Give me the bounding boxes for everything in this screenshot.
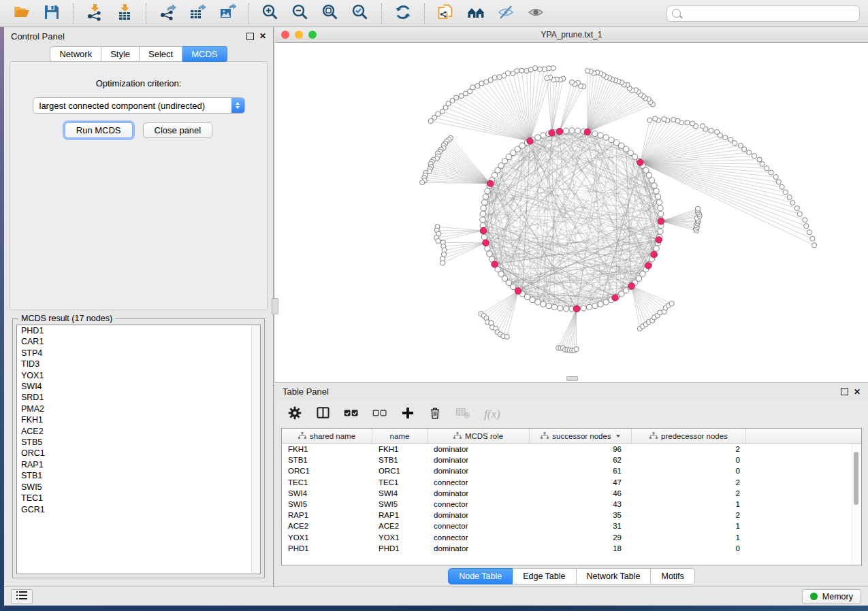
mcds-result-item[interactable]: YOX1 xyxy=(17,370,260,381)
zoom-in-icon xyxy=(261,3,279,24)
delete-column-button[interactable] xyxy=(428,406,442,423)
mcds-result-item[interactable]: SRD1 xyxy=(17,392,260,403)
memory-button[interactable]: Memory xyxy=(802,589,861,604)
hide-selected-button[interactable] xyxy=(492,3,519,24)
toolbar-separator xyxy=(73,3,74,24)
close-panel-button[interactable]: Close panel xyxy=(143,122,213,138)
network-graph[interactable] xyxy=(275,43,867,382)
first-neighbors-button[interactable] xyxy=(462,3,489,24)
table-scrollbar[interactable] xyxy=(852,444,861,564)
control-panel-tabs: NetworkStyleSelectMCDS xyxy=(4,46,273,62)
table-row[interactable]: SWI5SWI5connector431 xyxy=(282,499,861,510)
mcds-result-item[interactable]: SWI4 xyxy=(17,381,260,392)
create-column-button[interactable] xyxy=(401,406,415,423)
column-header-mcds-role[interactable]: MCDS role xyxy=(428,429,530,443)
toolbar-separator xyxy=(381,3,382,24)
mcds-result-item[interactable]: STB1 xyxy=(17,470,260,481)
float-table-panel-icon[interactable] xyxy=(841,388,848,395)
table-cell: 0 xyxy=(632,544,746,552)
criterion-dropdown[interactable]: largest connected component (undirected) xyxy=(33,97,245,114)
column-header-predecessor-nodes[interactable]: predecessor nodes xyxy=(632,429,746,443)
float-panel-icon[interactable] xyxy=(246,33,254,40)
table-row[interactable]: SWI4SWI4dominator462 xyxy=(282,488,861,499)
status-bar: Memory xyxy=(4,587,868,606)
mcds-result-item[interactable]: CAR1 xyxy=(17,336,260,347)
show-all-button[interactable] xyxy=(522,3,549,24)
tab-node-table[interactable]: Node Table xyxy=(448,568,513,584)
column-header-shared-name[interactable]: shared name xyxy=(282,429,372,443)
table-row[interactable]: ORC1ORC1dominator610 xyxy=(282,465,861,476)
toggle-columns-button[interactable] xyxy=(316,406,330,423)
column-header-name[interactable]: name xyxy=(372,429,428,443)
mcds-result-item[interactable]: TEC1 xyxy=(17,493,260,503)
table-settings-button[interactable] xyxy=(287,406,302,423)
select-all-button[interactable] xyxy=(344,408,359,421)
network-canvas[interactable] xyxy=(275,43,868,382)
tab-style[interactable]: Style xyxy=(101,46,140,62)
deselect-all-button[interactable] xyxy=(372,408,387,421)
run-mcds-button[interactable]: Run MCDS xyxy=(65,122,133,138)
table-cell: RAP1 xyxy=(372,511,428,519)
import-network-icon xyxy=(86,3,103,24)
duplicate-network-icon xyxy=(437,3,455,24)
table-cell: connector xyxy=(428,478,530,486)
open-session-button[interactable] xyxy=(8,3,35,24)
table-row[interactable]: PHD1PHD1dominator180 xyxy=(282,543,861,554)
mcds-result-item[interactable]: GCR1 xyxy=(17,504,260,515)
table-row[interactable]: YOX1YOX1connector291 xyxy=(282,532,861,543)
refresh-button[interactable] xyxy=(389,3,417,24)
table-row[interactable]: FKH1FKH1dominator962 xyxy=(282,444,861,455)
zoom-selected-button[interactable] xyxy=(347,3,374,24)
export-image-button[interactable] xyxy=(214,3,241,24)
column-header-successor-nodes[interactable]: successor nodes xyxy=(530,429,632,443)
column-label: shared name xyxy=(310,432,355,440)
zoom-fit-button[interactable] xyxy=(317,3,344,24)
mcds-result-item[interactable]: FKH1 xyxy=(17,414,260,425)
table-cell: dominator xyxy=(428,544,530,552)
mcds-result-item[interactable]: PHD1 xyxy=(17,325,260,336)
table-row[interactable]: ACE2ACE2connector311 xyxy=(282,521,861,531)
mcds-result-item[interactable]: ORC1 xyxy=(17,448,260,459)
vertical-splitter-handle[interactable] xyxy=(272,298,278,314)
tab-network[interactable]: Network xyxy=(50,46,101,62)
mcds-result-title: MCDS result (17 nodes) xyxy=(18,314,115,323)
task-history-button[interactable] xyxy=(11,589,33,604)
export-network-button[interactable] xyxy=(154,3,181,24)
tab-motifs[interactable]: Motifs xyxy=(651,568,694,584)
duplicate-network-button[interactable] xyxy=(432,3,460,24)
tab-mcds[interactable]: MCDS xyxy=(182,46,227,62)
close-panel-icon[interactable]: ✕ xyxy=(259,32,266,40)
mcds-result-list[interactable]: PHD1CAR1STP4TID3YOX1SWI4SRD1PMA2FKH1ACE2… xyxy=(16,325,261,574)
result-list-scrollbar[interactable] xyxy=(251,325,260,574)
zoom-out-icon xyxy=(291,3,309,24)
show-eye-icon xyxy=(527,3,545,24)
tab-edge-table[interactable]: Edge Table xyxy=(513,568,576,584)
import-table-button[interactable] xyxy=(111,3,138,24)
tab-network-table[interactable]: Network Table xyxy=(577,568,652,584)
zoom-in-button[interactable] xyxy=(257,3,284,24)
table-row[interactable]: TEC1TEC1connector472 xyxy=(282,477,861,488)
table-scrollbar-thumb[interactable] xyxy=(854,452,858,505)
close-table-panel-icon[interactable]: ✕ xyxy=(854,388,861,396)
table-cell: dominator xyxy=(428,489,530,497)
horizontal-splitter-handle[interactable] xyxy=(566,376,578,381)
mcds-result-item[interactable]: TID3 xyxy=(17,359,260,369)
sort-desc-icon xyxy=(616,435,620,437)
mcds-result-item[interactable]: RAP1 xyxy=(17,459,260,470)
save-session-button[interactable] xyxy=(38,3,65,24)
table-cell: ACE2 xyxy=(282,522,372,530)
import-network-button[interactable] xyxy=(81,3,108,24)
table-row[interactable]: STB1STB1dominator620 xyxy=(282,455,861,465)
mcds-result-item[interactable]: STB5 xyxy=(17,437,260,448)
mcds-result-item[interactable]: SWI5 xyxy=(17,482,260,493)
export-table-button[interactable] xyxy=(184,3,211,24)
table-row[interactable]: RAP1RAP1dominator352 xyxy=(282,510,861,521)
table-cell: RAP1 xyxy=(282,511,372,519)
zoom-out-button[interactable] xyxy=(287,3,314,24)
mcds-result-item[interactable]: PMA2 xyxy=(17,403,260,414)
mcds-result-item[interactable]: ACE2 xyxy=(17,426,260,437)
search-input[interactable] xyxy=(684,8,854,19)
mcds-result-item[interactable]: STP4 xyxy=(17,348,260,359)
tab-select[interactable]: Select xyxy=(140,46,182,62)
table-cell: connector xyxy=(428,500,530,508)
